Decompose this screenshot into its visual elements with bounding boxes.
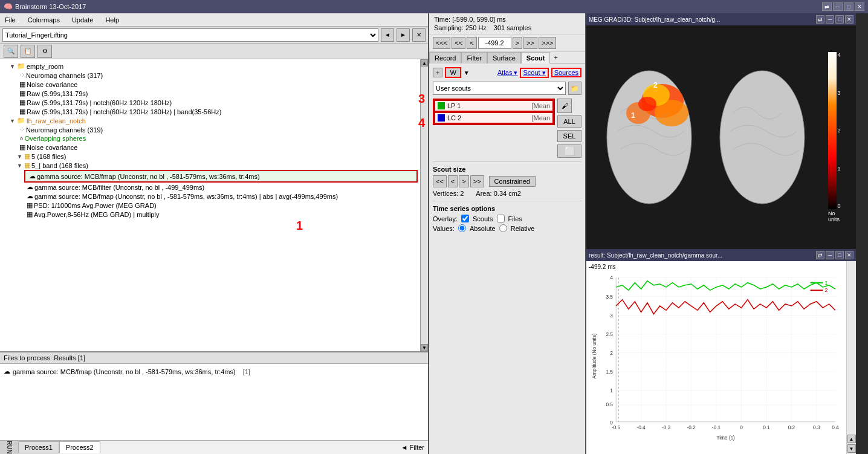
scout-size-label: Scout size — [433, 166, 581, 173]
tree-raw-2[interactable]: ▦ Raw (5.99s,131.79s) | notch(60Hz 120Hz… — [17, 98, 418, 107]
scout-dropdown-trigger[interactable]: ▼ — [464, 70, 470, 76]
menu-file[interactable]: File — [2, 15, 18, 25]
scout-icon-btn[interactable]: W — [445, 67, 461, 78]
prev-btn[interactable]: ◄ — [381, 28, 394, 42]
sampling-rate: Sampling: 250 Hz — [434, 24, 487, 31]
tree-overlapping-spheres[interactable]: ○ Overlapping spheres — [17, 134, 418, 143]
scout-folder-btn[interactable]: 📁 — [568, 82, 581, 95]
scout-item-lp1[interactable]: LP 1 [Mean — [434, 100, 554, 112]
tab-filter[interactable]: Filter — [461, 52, 487, 63]
tree-raw-1[interactable]: ▦ Raw (5.99s,131.79s) — [17, 89, 418, 98]
scout-size-last-btn[interactable]: >> — [470, 175, 484, 187]
filter-button[interactable]: ◄ Filter — [401, 444, 424, 451]
scroll-up-btn[interactable]: ▲ — [421, 59, 428, 66]
svg-point-8 — [720, 71, 805, 204]
brain-swap-btn[interactable]: ⇄ — [816, 15, 824, 24]
tree-gamma-source-abs[interactable]: ☁ gamma source: MCB/fmap (Unconstr, no b… — [24, 192, 418, 201]
user-scouts-dropdown[interactable]: User scouts Desikan-Killiany Brodmann AA… — [433, 82, 566, 95]
next-btn[interactable]: ► — [397, 28, 410, 42]
chart-min-btn[interactable]: ─ — [826, 251, 834, 259]
svg-text:-0.2: -0.2 — [687, 424, 696, 430]
tree-empty-room[interactable]: ▼ 📁 empty_room — [10, 62, 418, 71]
sources-label-btn[interactable]: Sources — [551, 68, 581, 77]
scout-sel-btn[interactable]: SEL — [557, 130, 581, 142]
brain-min-btn[interactable]: ─ — [826, 15, 834, 24]
run-label[interactable]: RUN — [6, 441, 13, 454]
tree-avg-power[interactable]: ▦ Avg.Power,8-56Hz (MEG GRAD) | multiply — [24, 210, 418, 219]
chart-swap-btn[interactable]: ⇄ — [816, 251, 824, 259]
brain-max-btn[interactable]: □ — [835, 15, 844, 24]
maximize-btn[interactable]: □ — [844, 2, 853, 11]
brain-left-svg[interactable]: 2 1 — [602, 53, 696, 222]
minimize-btn[interactable]: ─ — [833, 2, 843, 11]
tab-plus-btn[interactable]: + — [550, 52, 561, 63]
scout-size-first-btn[interactable]: << — [433, 175, 447, 187]
chart-scroll-up-btn[interactable]: ▲ — [847, 435, 856, 443]
scout-item-lc2[interactable]: LC 2 [Mean — [434, 112, 554, 124]
tree-5-band-files[interactable]: ▼ ▦ 5_| band (168 files) — [17, 161, 418, 170]
file-item-1[interactable]: ☁ gamma source: MCB/fmap (Unconstr, no b… — [2, 366, 426, 377]
tree-5-files[interactable]: ▼ ▦ 5 (168 files) — [17, 152, 418, 161]
scout-paint-btn[interactable]: 🖌 — [557, 99, 572, 113]
svg-text:3.5: 3.5 — [606, 294, 613, 300]
constrained-btn[interactable]: Constrained — [489, 176, 536, 187]
tree-psd[interactable]: ▦ PSD: 1/1000ms Avg.Power (MEG GRAD) — [24, 201, 418, 210]
icon3-btn[interactable]: ⚙ — [37, 45, 52, 58]
tree-gamma-source-highlighted[interactable]: ☁ gamma source: MCB/fmap (Unconstr, no b… — [24, 170, 418, 183]
tab-surface[interactable]: Surface — [487, 52, 521, 63]
close-btn[interactable]: ✕ — [855, 2, 864, 11]
tree-raw-3[interactable]: ▦ Raw (5.99s,131.79s) | notch(60Hz 120Hz… — [17, 107, 418, 116]
chart-svg[interactable]: 0 0.5 1 1.5 2 2.5 3 3.5 4 -0.5 -0.4 — [589, 271, 844, 441]
tree-noise-cov-2[interactable]: ▦ Noise covariance — [17, 143, 418, 152]
absolute-radio[interactable] — [458, 224, 466, 232]
nav-value-input[interactable] — [478, 37, 511, 49]
tree-lh-raw[interactable]: ▼ 📁 lh_raw_clean_notch — [10, 116, 418, 125]
menu-colormaps[interactable]: Colormaps — [25, 15, 62, 25]
icon1-btn[interactable]: 🔍 — [4, 45, 18, 58]
scroll-down-btn[interactable]: ▼ — [421, 344, 428, 351]
nav-first-btn[interactable]: <<< — [433, 37, 450, 49]
chart-close-btn[interactable]: ✕ — [845, 251, 853, 259]
menu-help[interactable]: Help — [103, 15, 121, 25]
process-tab-1[interactable]: Process1 — [18, 441, 59, 453]
scout-add-btn[interactable]: + — [433, 68, 442, 77]
brain-close-btn[interactable]: ✕ — [845, 15, 853, 24]
relative-radio[interactable] — [499, 224, 507, 232]
time-info: Time: [-599.0, 599.0] ms Sampling: 250 H… — [429, 13, 585, 34]
tree-neuromag-317[interactable]: ⁘ Neuromag channels (317) — [17, 71, 418, 80]
files-checkbox[interactable] — [497, 215, 505, 222]
time-range: Time: [-599.0, 599.0] ms — [434, 16, 580, 23]
scout-name-lc2: LC 2 — [447, 114, 529, 122]
menu-update[interactable]: Update — [70, 15, 96, 25]
nav-prev-btn[interactable]: < — [467, 37, 476, 49]
scout-expand-btn[interactable]: ⬜ — [557, 144, 581, 158]
scouts-checkbox[interactable] — [461, 215, 469, 222]
chart-scroll-down-btn[interactable]: ▼ — [847, 444, 856, 453]
scout-size-next-btn[interactable]: > — [459, 175, 468, 187]
svg-text:-0.4: -0.4 — [636, 424, 646, 430]
swap-btn[interactable]: ⇄ — [822, 2, 832, 11]
chart-max-btn[interactable]: □ — [835, 251, 844, 259]
atlas-label[interactable]: Atlas ▾ — [497, 69, 518, 77]
icon2-btn[interactable]: 📋 — [21, 45, 35, 58]
tree-neuromag-319[interactable]: ⁘ Neuromag channels (319) — [17, 125, 418, 134]
process-tab-2[interactable]: Process2 — [59, 441, 100, 453]
file-panel-title: Files to process: Results [1] — [4, 354, 85, 362]
scout-size-prev-btn[interactable]: < — [448, 175, 458, 187]
nav-last-btn[interactable]: >>> — [539, 37, 556, 49]
scout-size-nav: << < > >> Constrained — [433, 175, 581, 187]
tree-noise-cov-1[interactable]: ▦ Noise covariance — [17, 80, 418, 89]
brain-right-svg[interactable] — [715, 53, 809, 222]
nav-next-btn[interactable]: > — [513, 37, 522, 49]
tree-gamma-source-filter[interactable]: ☁ gamma source: MCB/filter (Unconstr, no… — [24, 183, 418, 192]
scout-all-btn[interactable]: ALL — [557, 115, 581, 128]
close-panel-btn[interactable]: ✕ — [412, 28, 426, 42]
tab-record[interactable]: Record — [429, 52, 461, 63]
scout-label-btn[interactable]: Scout ▾ — [520, 68, 548, 78]
tab-scout[interactable]: Scout — [521, 52, 551, 63]
dataset-dropdown[interactable]: Tutorial_FingerLifting — [2, 28, 378, 42]
scroll-track[interactable] — [421, 66, 428, 344]
nav-prev2-btn[interactable]: << — [452, 37, 465, 49]
svg-text:1: 1 — [631, 111, 635, 120]
nav-next2-btn[interactable]: >> — [523, 37, 537, 49]
